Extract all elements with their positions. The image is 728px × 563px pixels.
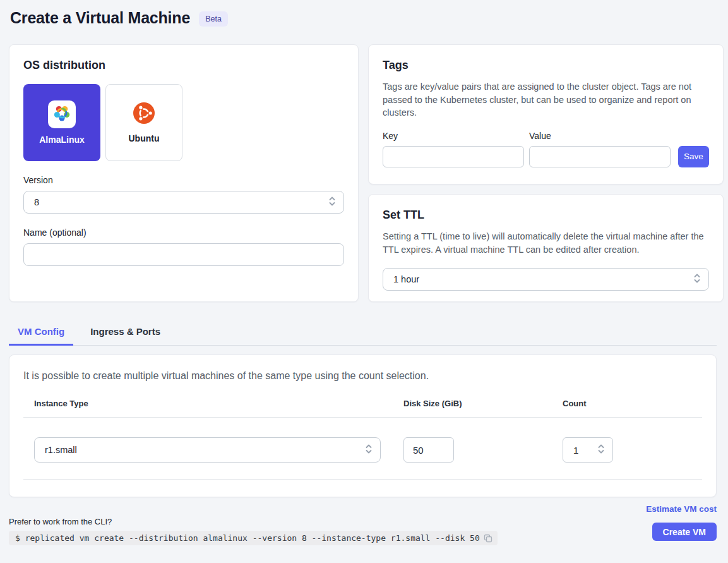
tag-value-input[interactable] xyxy=(529,146,671,167)
count-stepper[interactable]: 1 xyxy=(563,437,613,463)
os-distribution-card: OS distribution xyxy=(9,44,359,302)
os-tile-ubuntu[interactable]: Ubuntu xyxy=(105,84,182,161)
count-value: 1 xyxy=(573,445,578,456)
column-disk-size: Disk Size (GiB) xyxy=(403,399,563,408)
beta-badge: Beta xyxy=(199,11,228,27)
vm-table-row: r1.small 1 xyxy=(23,418,702,480)
almalinux-icon xyxy=(52,104,71,125)
tag-value-label: Value xyxy=(529,131,671,141)
vm-table-header: Instance Type Disk Size (GiB) Count xyxy=(23,399,702,418)
top-cards-row: OS distribution xyxy=(9,44,717,302)
chevron-updown-icon xyxy=(328,196,336,209)
create-vm-page: Create a Virtual Machine Beta OS distrib… xyxy=(0,0,728,545)
tags-card: Tags Tags are key/value pairs that are a… xyxy=(368,44,724,185)
os-tile-almalinux[interactable]: AlmaLinux xyxy=(23,84,100,161)
instance-type-value: r1.small xyxy=(45,445,77,455)
disk-size-input[interactable] xyxy=(403,437,454,463)
set-ttl-card: Set TTL Setting a TTL (time to live) wil… xyxy=(368,194,724,302)
copy-icon[interactable] xyxy=(484,534,492,543)
tags-card-description: Tags are key/value pairs that are assign… xyxy=(383,80,709,119)
vm-config-intro: It is possible to create multiple virtua… xyxy=(23,370,702,382)
save-tag-button[interactable]: Save xyxy=(678,146,709,167)
column-count: Count xyxy=(563,399,702,408)
ttl-select[interactable]: 1 hour xyxy=(383,268,709,291)
page-title: Create a Virtual Machine xyxy=(10,9,190,27)
column-instance-type: Instance Type xyxy=(23,399,403,408)
version-label: Version xyxy=(23,175,344,185)
os-tile-almalinux-label: AlmaLinux xyxy=(39,135,85,145)
ttl-card-description: Setting a TTL (time to live) will automa… xyxy=(383,230,709,256)
cli-command-text: $ replicated vm create --distribution al… xyxy=(15,533,480,543)
cli-block: Prefer to work from the CLI? $ replicate… xyxy=(9,517,498,545)
chevron-updown-icon xyxy=(597,444,605,457)
ubuntu-icon xyxy=(133,102,155,127)
instance-type-select[interactable]: r1.small xyxy=(34,437,381,463)
cli-prompt: Prefer to work from the CLI? xyxy=(9,517,498,526)
estimate-row: Estimate VM cost xyxy=(9,504,717,514)
os-card-title: OS distribution xyxy=(23,59,344,72)
config-tabs: VM Config Ingress & Ports xyxy=(9,319,717,346)
tab-ingress-ports[interactable]: Ingress & Ports xyxy=(81,319,169,346)
almalinux-logo-box xyxy=(48,100,76,128)
version-select-value: 8 xyxy=(34,197,39,207)
tag-key-label: Key xyxy=(383,131,524,141)
os-tile-ubuntu-label: Ubuntu xyxy=(129,133,160,143)
tag-value-field: Value xyxy=(529,131,671,167)
vm-config-card: It is possible to create multiple virtua… xyxy=(9,354,717,497)
tags-card-title: Tags xyxy=(383,59,709,72)
right-column: Tags Tags are key/value pairs that are a… xyxy=(368,44,724,302)
footer-row: Prefer to work from the CLI? $ replicate… xyxy=(9,517,717,545)
ttl-select-value: 1 hour xyxy=(393,274,419,284)
create-vm-button[interactable]: Create VM xyxy=(652,523,717,541)
cli-command-box: $ replicated vm create --distribution al… xyxy=(9,531,498,545)
tab-vm-config[interactable]: VM Config xyxy=(9,319,73,346)
version-select[interactable]: 8 xyxy=(23,191,344,214)
page-header: Create a Virtual Machine Beta xyxy=(9,9,717,27)
vm-name-label: Name (optional) xyxy=(23,227,344,238)
tag-key-field: Key xyxy=(383,131,524,167)
tag-form: Key Value Save xyxy=(383,131,709,167)
tag-key-input[interactable] xyxy=(383,146,524,167)
os-tiles: AlmaLinux xyxy=(23,84,344,161)
vm-name-input[interactable] xyxy=(23,243,344,266)
estimate-vm-cost-link[interactable]: Estimate VM cost xyxy=(646,504,717,514)
chevron-updown-icon xyxy=(365,444,373,457)
ttl-card-title: Set TTL xyxy=(383,209,709,222)
chevron-updown-icon xyxy=(693,273,701,286)
